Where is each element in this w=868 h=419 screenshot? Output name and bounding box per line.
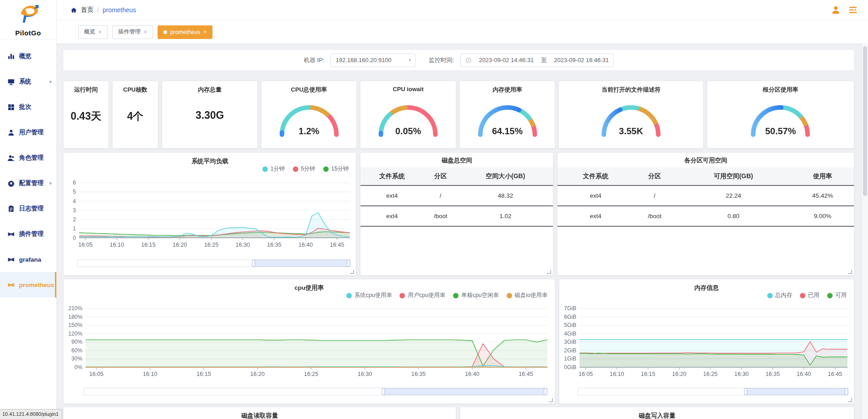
legend-item-15分钟[interactable]: 15分钟 bbox=[323, 165, 349, 173]
stat-cards-row: 运行时间0.43天CPU核数4个内存总量3.30GCPU总使用率 1.2%CPU… bbox=[64, 81, 854, 148]
legend-dot-icon bbox=[262, 166, 268, 172]
chart-plot[interactable]: 0GiB1GiB2GiB3GiB4GiB5GiB6GiB7GiB16:0516:… bbox=[559, 304, 854, 385]
svg-text:16:35: 16:35 bbox=[411, 371, 426, 377]
sidebar-item-插件管理[interactable]: 插件管理 bbox=[0, 221, 56, 247]
time-end[interactable]: 2023-09-02 16:46:31 bbox=[554, 57, 609, 63]
machine-ip-select[interactable]: 192.168.160.20:9100 ▾ bbox=[330, 54, 416, 67]
legend-item-可用[interactable]: 可用 bbox=[827, 292, 847, 299]
tab-label: 概览 bbox=[84, 28, 95, 36]
legend-item-单核cpu空闲率[interactable]: 单核cpu空闲率 bbox=[453, 292, 499, 299]
chart-legend: 总内存 已用 可用 bbox=[767, 292, 847, 299]
sidebar-item-用户管理[interactable]: 用户管理 bbox=[0, 120, 56, 145]
svg-text:16:35: 16:35 bbox=[765, 371, 780, 377]
datazoom-handle-right[interactable] bbox=[845, 388, 848, 395]
chart-title: 内存信息 bbox=[559, 284, 854, 292]
sidebar-item-grafana[interactable]: grafana bbox=[0, 247, 56, 272]
tab-插件管理[interactable]: 插件管理× bbox=[112, 25, 153, 39]
stat-title: CPU总使用率 bbox=[261, 86, 357, 94]
sidebar-item-系统[interactable]: 系统▾ bbox=[0, 69, 56, 94]
legend-label: 1分钟 bbox=[271, 165, 285, 173]
time-range-picker[interactable]: 2023-09-02 14:46:31 至 2023-09-02 16:46:3… bbox=[460, 54, 614, 67]
close-icon[interactable]: × bbox=[144, 29, 147, 35]
datazoom-handle-left[interactable] bbox=[382, 388, 385, 395]
sidebar-item-概览[interactable]: 概览 bbox=[0, 44, 56, 69]
sidebar-item-配置管理[interactable]: 配置管理▾ bbox=[0, 171, 56, 196]
datazoom-handle-right[interactable] bbox=[544, 388, 547, 395]
row-4: 磁盘读取容量 磁盘写入容量 bbox=[64, 407, 854, 419]
datazoom-slider[interactable] bbox=[84, 388, 548, 395]
datazoom-slider[interactable] bbox=[77, 259, 350, 267]
svg-text:5: 5 bbox=[73, 189, 76, 195]
sidebar-item-label: prometheus bbox=[19, 282, 54, 288]
resize-handle-icon[interactable] bbox=[848, 398, 852, 402]
table-cell: 45.42% bbox=[791, 185, 854, 206]
legend-item-用户cpu使用率[interactable]: 用户cpu使用率 bbox=[399, 292, 445, 299]
close-icon[interactable]: × bbox=[203, 29, 207, 35]
legend-label: 5分钟 bbox=[301, 165, 316, 173]
datazoom-slider[interactable] bbox=[577, 388, 848, 395]
legend-item-已用[interactable]: 已用 bbox=[800, 292, 819, 299]
legend-item-磁盘io使用率[interactable]: 磁盘io使用率 bbox=[507, 292, 547, 299]
stat-card-内存使用率: 内存使用率 64.15% bbox=[460, 81, 555, 148]
tab-概览[interactable]: 概览× bbox=[78, 25, 108, 39]
legend-item-总内存[interactable]: 总内存 bbox=[767, 292, 793, 299]
datazoom-selection[interactable] bbox=[745, 388, 847, 395]
svg-text:16:10: 16:10 bbox=[143, 371, 158, 377]
page-scrollbar[interactable] bbox=[862, 44, 868, 419]
breadcrumb-home[interactable]: 首页 bbox=[81, 6, 94, 14]
chevron-down-icon: ▾ bbox=[409, 57, 411, 63]
stat-card-CPU核数: CPU核数4个 bbox=[113, 81, 158, 148]
sidebar-item-角色管理[interactable]: 角色管理 bbox=[0, 145, 56, 171]
time-start[interactable]: 2023-09-02 14:46:31 bbox=[479, 57, 534, 63]
datazoom-handle-left[interactable] bbox=[744, 388, 747, 395]
svg-text:5GiB: 5GiB bbox=[564, 322, 576, 328]
svg-text:16:15: 16:15 bbox=[197, 371, 211, 377]
datazoom-selection[interactable] bbox=[383, 388, 546, 395]
tab-label: 插件管理 bbox=[118, 28, 141, 36]
datazoom-selection[interactable] bbox=[253, 260, 349, 267]
stat-card-内存总量: 内存总量3.30G bbox=[162, 81, 257, 148]
svg-text:16:10: 16:10 bbox=[110, 242, 124, 248]
disk-total-table-card: 磁盘总空间文件系统分区空间大小(GB)ext4/48.32ext4/boot1.… bbox=[360, 153, 553, 275]
table-header: 空间大小(GB) bbox=[458, 167, 553, 185]
resize-handle-icon[interactable] bbox=[549, 398, 553, 402]
legend-item-1分钟[interactable]: 1分钟 bbox=[262, 165, 285, 173]
table-row: ext4/22.2445.42% bbox=[557, 185, 854, 206]
home-icon[interactable] bbox=[70, 7, 77, 14]
resize-handle-icon[interactable] bbox=[350, 270, 354, 274]
load-average-chart-card: 系统平均负载 1分钟 5分钟 15分钟012345616:0516:1016:1… bbox=[64, 153, 356, 275]
svg-text:16:20: 16:20 bbox=[672, 371, 686, 377]
chevron-down-icon: ▾ bbox=[49, 79, 52, 85]
resize-handle-icon[interactable] bbox=[848, 270, 852, 274]
table-header: 分区 bbox=[634, 167, 676, 185]
legend-dot-icon bbox=[323, 166, 329, 172]
chart-plot[interactable]: 012345616:0516:1016:1516:2016:2516:3016:… bbox=[64, 177, 356, 256]
stat-title: 内存使用率 bbox=[460, 86, 555, 94]
svg-text:16:30: 16:30 bbox=[236, 242, 250, 248]
svg-text:16:40: 16:40 bbox=[797, 371, 811, 377]
breadcrumb-current[interactable]: prometheus bbox=[103, 6, 136, 14]
collapse-menu-icon[interactable] bbox=[848, 5, 858, 15]
legend-item-5分钟[interactable]: 5分钟 bbox=[293, 165, 316, 173]
row-3: cpu使用率 系统cpu使用率 用户cpu使用率 单核cpu空闲率 磁盘io使用… bbox=[64, 279, 854, 404]
stat-value: 4个 bbox=[113, 109, 158, 123]
sidebar-item-日志管理[interactable]: 日志管理 bbox=[0, 196, 56, 221]
user-icon[interactable] bbox=[831, 5, 841, 15]
close-icon[interactable]: × bbox=[99, 29, 102, 35]
datazoom-handle-right[interactable] bbox=[347, 260, 350, 267]
legend-label: 单核cpu空闲率 bbox=[461, 292, 499, 299]
user-icon bbox=[7, 129, 15, 136]
scrollbar-thumb[interactable] bbox=[863, 46, 867, 196]
chart-title: cpu使用率 bbox=[64, 284, 555, 292]
resize-handle-icon[interactable] bbox=[547, 270, 551, 274]
sidebar-item-prometheus[interactable]: prometheus bbox=[0, 272, 56, 297]
gauge-value: 1.2% bbox=[261, 126, 357, 136]
chart-plot[interactable]: 0%30%60%90%120%150%180%210%16:0516:1016:… bbox=[64, 304, 555, 385]
table-row: ext4/48.32 bbox=[360, 185, 553, 206]
legend-dot-icon bbox=[827, 293, 833, 298]
datazoom-handle-left[interactable] bbox=[252, 260, 255, 267]
plugin-icon bbox=[7, 230, 15, 238]
legend-item-系统cpu使用率[interactable]: 系统cpu使用率 bbox=[346, 292, 392, 299]
sidebar-item-批次[interactable]: 批次 bbox=[0, 94, 56, 120]
tab-prometheus[interactable]: prometheus× bbox=[158, 25, 212, 39]
